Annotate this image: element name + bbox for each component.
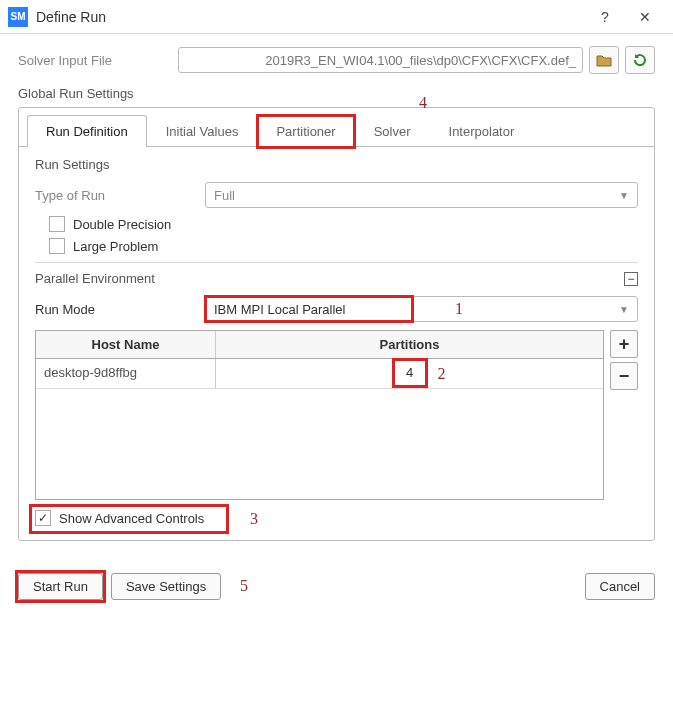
type-of-run-value: Full xyxy=(214,188,235,203)
chevron-down-icon: ▼ xyxy=(619,190,629,201)
double-precision-label: Double Precision xyxy=(73,217,171,232)
tab-interpolator[interactable]: Interpolator xyxy=(430,115,534,147)
double-precision-row[interactable]: Double Precision xyxy=(35,216,638,232)
table-row[interactable]: desktop-9d8ffbg 4 xyxy=(36,359,603,389)
run-mode-label: Run Mode xyxy=(35,302,205,317)
tabs: Run Definition Initial Values Partitione… xyxy=(19,108,654,147)
browse-button[interactable] xyxy=(589,46,619,74)
annot-3: 3 xyxy=(250,510,258,528)
annot-4: 4 xyxy=(419,94,427,112)
refresh-button[interactable] xyxy=(625,46,655,74)
start-run-button[interactable]: Start Run xyxy=(18,573,103,600)
annot-2: 2 xyxy=(438,365,446,383)
tab-container: Run Definition Initial Values Partitione… xyxy=(18,107,655,541)
large-problem-label: Large Problem xyxy=(73,239,158,254)
annot-5: 5 xyxy=(240,577,248,595)
solver-input-label: Solver Input File xyxy=(18,53,178,68)
show-advanced-checkbox[interactable]: ✓ xyxy=(35,510,51,526)
parallel-env-title: Parallel Environment xyxy=(35,271,155,286)
annot-1: 1 xyxy=(455,300,463,318)
show-advanced-label: Show Advanced Controls xyxy=(59,511,204,526)
cell-partitions[interactable]: 4 xyxy=(216,359,603,388)
close-button[interactable]: ✕ xyxy=(625,3,665,31)
col-partitions: Partitions xyxy=(216,331,603,358)
type-of-run-label: Type of Run xyxy=(35,188,205,203)
chevron-down-icon: ▼ xyxy=(619,304,629,315)
solver-input-field[interactable]: _2019R3_EN_WI04.1\00_files\dp0\CFX\CFX\C… xyxy=(178,47,583,73)
type-of-run-dropdown[interactable]: Full ▼ xyxy=(205,182,638,208)
titlebar: SM Define Run ? ✕ xyxy=(0,0,673,34)
run-mode-dropdown[interactable]: IBM MPI Local Parallel ▼ xyxy=(205,296,638,322)
folder-icon xyxy=(596,53,612,67)
tab-partitioner[interactable]: Partitioner xyxy=(257,115,354,147)
add-host-button[interactable]: + xyxy=(610,330,638,358)
double-precision-checkbox[interactable] xyxy=(49,216,65,232)
help-button[interactable]: ? xyxy=(585,3,625,31)
remove-host-button[interactable]: − xyxy=(610,362,638,390)
window-title: Define Run xyxy=(36,9,585,25)
large-problem-checkbox[interactable] xyxy=(49,238,65,254)
host-table: Host Name Partitions desktop-9d8ffbg 4 2 xyxy=(35,330,604,500)
collapse-button[interactable]: − xyxy=(624,272,638,286)
tab-solver[interactable]: Solver xyxy=(355,115,430,147)
cell-host: desktop-9d8ffbg xyxy=(36,359,216,388)
tab-initial-values[interactable]: Initial Values xyxy=(147,115,258,147)
col-host: Host Name xyxy=(36,331,216,358)
run-mode-value: IBM MPI Local Parallel xyxy=(214,302,346,317)
tab-run-definition[interactable]: Run Definition xyxy=(27,115,147,147)
save-settings-button[interactable]: Save Settings xyxy=(111,573,221,600)
global-settings-title: Global Run Settings xyxy=(18,86,655,101)
large-problem-row[interactable]: Large Problem xyxy=(35,238,638,254)
refresh-icon xyxy=(632,52,648,68)
app-icon: SM xyxy=(8,7,28,27)
run-settings-title: Run Settings xyxy=(35,157,638,172)
cancel-button[interactable]: Cancel xyxy=(585,573,655,600)
